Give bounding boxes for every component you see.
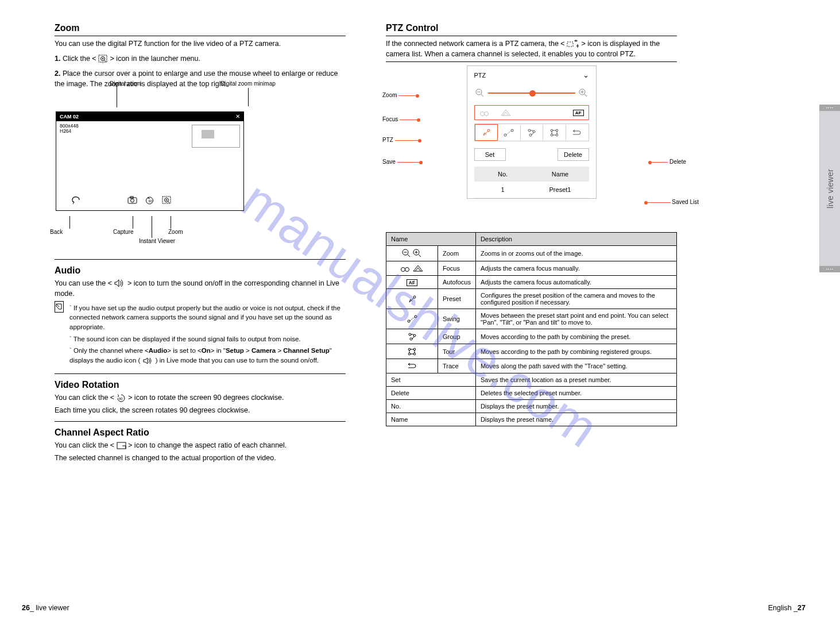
autofocus-icon[interactable]: AF [573,110,584,116]
page-footer-left: 26_ live viewer [22,604,69,612]
divider [55,259,346,260]
audio-note-2: ` The sound icon can be displayed if the… [69,334,346,344]
swing-icon [386,309,438,329]
note-icon [55,301,64,313]
divider [55,36,346,36]
aspect-body1: You can click the < > icon to change the… [55,440,346,450]
sidebar-label: live viewer [826,169,835,209]
swing-icon[interactable] [504,129,514,137]
focus-near-icon[interactable] [479,109,490,117]
capture-icon[interactable] [127,196,137,204]
svg-point-25 [480,112,484,116]
svg-point-47 [405,268,409,272]
ptz-body1: If the connected network camera is a PTZ… [386,38,677,59]
divider [386,36,677,36]
svg-point-51 [415,315,417,318]
ptz-table-col-name: Name [386,233,476,246]
ptz-popup-title: PTZ [474,72,583,79]
focus-box: AF [474,105,589,120]
svg-point-6 [131,199,134,202]
svg-point-53 [409,333,411,336]
svg-line-40 [408,255,410,257]
svg-line-12 [168,201,169,203]
preset-icon[interactable] [482,128,491,137]
zoom-body: You can use the digital PTZ function for… [55,38,346,49]
svg-line-31 [506,131,511,134]
section-rotation-title: Video Rotation [55,380,346,390]
zoom-in-icon[interactable] [579,88,588,98]
group-icon [386,329,438,344]
ptz-table: Name Description Zoom Zooms in or zooms … [386,232,677,426]
divider [55,373,346,374]
svg-line-43 [419,255,421,257]
back-icon[interactable] [71,196,82,204]
divider [55,421,346,422]
ptz-table-col-desc: Description [475,233,676,246]
rotate-icon: 90 [117,394,126,402]
svg-line-22 [584,94,587,97]
svg-point-29 [504,134,506,136]
aspect-body2: The selected channel is changed to the a… [55,453,346,463]
zoom-icons [386,246,438,261]
tour-icon [386,344,438,359]
svg-point-26 [484,112,488,116]
svg-line-19 [481,94,483,97]
ptz-popup: PTZ ⌄ AF [467,66,597,199]
window-title: CAM 02 [60,114,79,120]
zoom-step-1: 1. Click the < > icon in the launcher me… [55,53,346,64]
svg-point-34 [529,134,532,136]
zoom-figure: Digital zoom Digital zoom minimap CAM 02… [56,99,244,211]
ptz-icon [567,40,579,49]
audio-icon [142,357,154,364]
trace-icon [386,359,438,373]
preset-icon [386,289,438,309]
page-footer-right: English _27 [768,604,806,612]
set-button[interactable]: Set [474,148,506,161]
audio-icon [114,279,125,287]
ptz-mode-row [474,124,589,141]
group-icon[interactable] [527,128,536,137]
preset-table-row[interactable]: 1 Preset1 [474,182,589,198]
section-zoom-title: Zoom [55,23,346,33]
audio-body: You can use the < > icon to turn the sou… [55,278,346,299]
digital-zoom-icon [98,55,108,63]
rotation-body1: You can click the < 90 > icon to rotate … [55,392,346,403]
zoom-slider[interactable] [488,93,575,94]
section-aspect-title: Channel Aspect Ratio [55,427,346,438]
audio-note-1: ` If you have set up the audio output pr… [69,303,346,332]
preset-table-header: No. Name [474,167,589,182]
tour-icon[interactable] [549,128,559,137]
delete-button[interactable]: Delete [558,148,589,161]
sidebar-tab: live viewer [819,0,840,628]
minimap [192,125,240,148]
svg-point-50 [408,320,410,322]
autofocus-icon: AF [386,276,438,289]
focus-icons [386,261,438,276]
svg-text:30: 30 [148,199,152,203]
svg-rect-17 [567,42,573,47]
focus-far-icon[interactable] [500,109,513,117]
svg-text:90: 90 [119,397,123,400]
svg-point-55 [410,338,412,340]
svg-point-32 [528,129,531,132]
zoom-out-icon[interactable] [475,88,485,98]
close-icon[interactable]: ✕ [235,113,240,120]
chevron-down-icon[interactable]: ⌄ [583,71,589,79]
divider [386,61,677,62]
digital-zoom-icon[interactable] [162,196,172,205]
instant-viewer-icon[interactable]: 30 [145,196,154,205]
zoom-step-2: 2. Place the cursor over a point to enla… [55,68,346,89]
aspect-ratio-icon [117,442,126,449]
audio-note-3: ` Only the channel where <Audio> is set … [69,346,346,365]
svg-point-30 [511,129,513,132]
svg-line-52 [410,317,415,321]
ptz-control-title: PTZ Control [386,23,677,33]
section-audio-title: Audio [55,265,346,276]
svg-point-46 [401,268,405,272]
svg-line-2 [104,60,106,61]
trace-icon[interactable] [572,129,582,137]
rotation-body2: Each time you click, the screen rotates … [55,405,346,415]
